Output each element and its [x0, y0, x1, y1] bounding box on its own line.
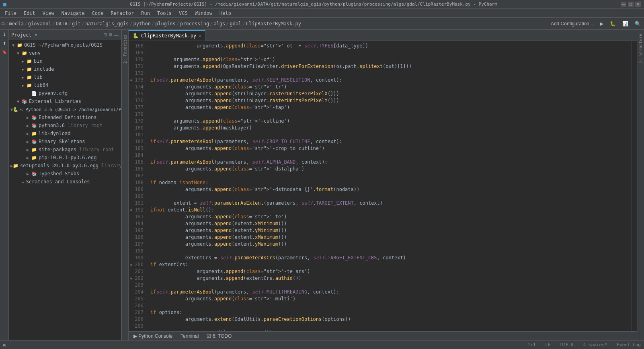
menu-window[interactable]: Window — [192, 10, 215, 17]
line-ending[interactable]: LF — [545, 342, 550, 347]
tree-label-external: External Libraries — [29, 99, 81, 104]
lib-icon-external: 📚 — [22, 99, 27, 104]
sidebar-tab-commit[interactable]: ⬆ — [0, 39, 9, 47]
panel-minimize-button[interactable]: — — [114, 32, 119, 37]
editor-tab-label: ClipRasterByMask.py — [141, 33, 196, 39]
menu-vcs[interactable]: VCS — [176, 10, 191, 17]
breadcrumb-root-icon: ⊞ — [2, 21, 4, 27]
code-line — [150, 70, 631, 77]
menu-file[interactable]: File — [2, 10, 20, 17]
tree-item-typeshed[interactable]: ▶ 📚 Typeshed Stubs — [9, 170, 121, 178]
tree-label-sitepackages: site-packages library root — [39, 147, 114, 152]
code-line: arguments.append(extent.yMaximum()) — [150, 241, 631, 248]
line-number: 178 — [129, 111, 147, 118]
panel-layout-button[interactable]: ⊞ — [103, 32, 107, 37]
breadcrumb-media[interactable]: media — [9, 21, 23, 27]
breadcrumb-giovanni[interactable]: giovanni — [28, 21, 51, 27]
tree-item-setuptools[interactable]: ▶ 📁 setuptools-39.1.0-py3.6.egg library … — [9, 162, 121, 170]
maximize-button[interactable]: □ — [628, 2, 634, 7]
code-line: if extentCrs: — [150, 261, 631, 268]
tree-item-qgis[interactable]: ▼ 📁 QGIS ~/PycharmProjects/QGIS — [9, 41, 121, 49]
debug-button[interactable]: 🐛 — [608, 20, 617, 27]
breadcrumb-processing[interactable]: processing — [180, 21, 209, 27]
tree-label-binary: Binary Skeletons — [39, 139, 85, 144]
line-number: 194 — [129, 220, 147, 227]
menu-tools[interactable]: Tools — [154, 10, 175, 17]
code-line: if self.parameterAsBool(parameters, self… — [150, 138, 631, 145]
tree-item-include[interactable]: ▶ 📁 include — [9, 65, 121, 73]
tree-arrow-qgis: ▼ — [12, 43, 17, 47]
tree-item-python36-lib[interactable]: ▶ 📚 python3.6 library root — [9, 121, 121, 129]
line-number: 174 — [129, 84, 147, 90]
tree-item-external[interactable]: ▼ 📚 External Libraries — [9, 97, 121, 105]
menu-refactor[interactable]: Refactor — [107, 10, 137, 17]
tree-item-lib[interactable]: ▶ 📁 lib — [9, 73, 121, 81]
code-content[interactable]: arguments.append(class="str">'-ot' + sel… — [147, 41, 631, 331]
coverage-button[interactable]: 📊 — [621, 20, 630, 27]
menu-code[interactable]: Code — [89, 10, 107, 17]
menu-view[interactable]: View — [39, 10, 57, 17]
tree-label-lib64: lib64 — [34, 82, 48, 88]
panel-settings-button[interactable]: ⚙ — [109, 32, 113, 37]
breadcrumb-algs[interactable]: algs — [213, 21, 225, 27]
breadcrumb-file[interactable]: ClipRasterByMask.py — [246, 21, 301, 27]
menu-edit[interactable]: Edit — [21, 10, 39, 17]
menu-run[interactable]: Run — [138, 10, 153, 17]
line-number: 173 — [129, 77, 147, 84]
line-number: 184 — [129, 152, 147, 159]
menu-navigate[interactable]: Navigate — [58, 10, 88, 17]
tree-label-python36: < Python 3.6 (QGIS) > /home/giovanni/Pyc… — [20, 107, 121, 112]
code-line: if options: — [150, 309, 631, 316]
tree-item-pyvenv[interactable]: 📄 pyvenv.cfg — [9, 89, 121, 97]
folder-icon-sitepackages: 📁 — [31, 147, 37, 152]
line-number: 176 — [129, 97, 147, 104]
project-tree[interactable]: ▼ 📁 QGIS ~/PycharmProjects/QGIS ▼ 📁 venv… — [9, 40, 121, 340]
python-console-tab[interactable]: ▶ Python Console — [132, 333, 174, 339]
event-log-button[interactable]: Event Log — [617, 342, 641, 347]
code-line — [150, 111, 631, 118]
breadcrumb-git[interactable]: git — [72, 21, 81, 27]
editor-tab-clipraster[interactable]: 🐍 ClipRasterByMask.py ✕ — [129, 30, 205, 41]
line-number: 203 — [129, 282, 147, 289]
line-number: 204 — [129, 289, 147, 296]
tree-item-sitepackages[interactable]: ▶ 📁 site-packages library root — [9, 146, 121, 154]
sidebar-tab-bookmarks[interactable]: 🔖 — [0, 47, 9, 56]
cursor-position[interactable]: 1:1 — [528, 342, 536, 347]
tree-item-scratches[interactable]: ✏ Scratches and Consoles — [9, 178, 121, 186]
encoding[interactable]: UTF-8 — [560, 342, 574, 347]
terminal-tab[interactable]: Terminal — [179, 333, 200, 339]
line-number: 175 — [129, 90, 147, 97]
close-button[interactable]: ✕ — [635, 2, 641, 7]
title-bar-controls: — □ ✕ — [621, 2, 641, 7]
tree-item-extended[interactable]: ▶ 📚 Extended Definitions — [9, 113, 121, 121]
tree-item-bin[interactable]: ▶ 📁 bin — [9, 57, 121, 65]
breadcrumb-plugins[interactable]: plugins — [155, 21, 176, 27]
tree-item-python36[interactable]: ▼ 🐍 < Python 3.6 (QGIS) > /home/giovanni… — [9, 105, 121, 113]
tree-item-venv[interactable]: ▼ 📁 venv — [9, 49, 121, 57]
indent-style[interactable]: 4 spaces* — [583, 342, 607, 347]
line-number: 193 — [129, 214, 147, 220]
menu-help[interactable]: Help — [216, 10, 234, 17]
status-right: 1:1 LF UTF-8 4 spaces* Event Log — [523, 342, 641, 347]
tree-item-binary[interactable]: ▶ 📚 Binary Skeletons — [9, 138, 121, 146]
breadcrumb-python[interactable]: python — [133, 21, 151, 27]
todo-tab[interactable]: ☑ 6: TODO — [205, 333, 233, 339]
tree-item-lib64[interactable]: ▶ 📁 lib64 — [9, 81, 121, 89]
run-button[interactable]: ▶ — [598, 20, 605, 27]
minimize-button[interactable]: — — [621, 2, 626, 7]
line-number: 185 — [129, 159, 147, 166]
add-configuration-button[interactable]: Add Configuration... — [549, 20, 595, 27]
line-number: 195 — [129, 227, 147, 234]
toolbar: ⊞ / media / giovanni / DATA / git / natu… — [0, 18, 644, 30]
tree-item-libdynload[interactable]: ▶ 📁 lib-dynload — [9, 129, 121, 138]
breadcrumb-naturalgis[interactable]: naturalgis_qgis — [85, 21, 129, 27]
tab-close-button[interactable]: ✕ — [199, 34, 201, 38]
breadcrumb-data[interactable]: DATA — [56, 21, 68, 27]
tree-item-pip[interactable]: ▶ 📁 pip-10.0.1-py3.6.egg — [9, 154, 121, 162]
folder-icon-bin: 📁 — [27, 59, 32, 64]
search-everywhere-button[interactable]: 🔍 — [633, 20, 642, 27]
line-number: 183 — [129, 145, 147, 152]
sidebar-tab-project[interactable]: 1 — [0, 30, 9, 39]
breadcrumb-gdal[interactable]: gdal — [230, 21, 242, 27]
panel-header-buttons: ⊞ ⚙ — — [103, 32, 119, 37]
